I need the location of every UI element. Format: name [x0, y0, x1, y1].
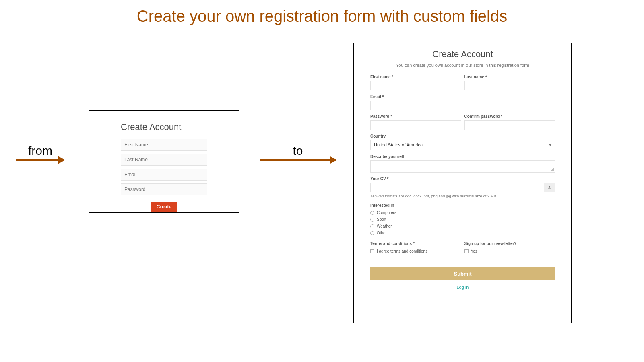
cv-file-input[interactable]: [370, 183, 555, 192]
describe-textarea[interactable]: [370, 160, 555, 173]
confirm-password-label: Confirm password *: [464, 114, 555, 119]
radio-icon: [370, 211, 374, 215]
simple-form-title: Create Account: [121, 122, 207, 132]
email-field[interactable]: [121, 169, 207, 181]
arrow-to: to: [260, 144, 336, 161]
terms-checkbox-row[interactable]: I agree terms and conditions: [370, 247, 461, 253]
last-name-input[interactable]: [464, 81, 555, 90]
radio-icon: [370, 231, 374, 235]
interested-radio-group: Computers Sport Weather Other: [370, 209, 555, 237]
radio-item-computers[interactable]: Computers: [370, 209, 555, 216]
password-field[interactable]: [121, 183, 207, 195]
login-link[interactable]: Log in: [370, 285, 555, 290]
country-label: Country: [370, 134, 555, 138]
first-name-input[interactable]: [370, 81, 461, 90]
upload-icon: [547, 185, 551, 189]
submit-button[interactable]: Submit: [370, 267, 555, 280]
describe-label: Describe yourself: [370, 154, 555, 159]
simple-form-panel: Create Account Create: [89, 110, 239, 213]
last-name-label: Last name *: [464, 75, 555, 79]
radio-icon: [370, 218, 374, 222]
custom-form-panel: Create Account You can create you own ac…: [353, 43, 572, 323]
radio-item-other[interactable]: Other: [370, 230, 555, 237]
terms-label: Terms and conditions *: [370, 241, 461, 246]
password-label: Password *: [370, 114, 461, 119]
arrow-from: from: [16, 144, 64, 161]
cv-hint: Allowed formats are doc, docx, pdf, png …: [370, 194, 555, 198]
radio-label: Weather: [377, 224, 392, 228]
arrow-right-icon: [16, 159, 64, 161]
checkbox-icon: [370, 249, 374, 253]
upload-button[interactable]: [544, 183, 555, 192]
arrow-from-label: from: [16, 144, 64, 158]
password-input[interactable]: [370, 120, 461, 130]
cv-label: Your CV *: [370, 177, 555, 181]
first-name-field[interactable]: [121, 139, 207, 151]
first-name-label: First name *: [370, 75, 461, 79]
radio-label: Other: [377, 231, 387, 235]
interested-label: Interested in: [370, 203, 555, 208]
email-label: Email *: [370, 95, 555, 99]
newsletter-label: Sign up for our newsletter?: [464, 241, 555, 246]
newsletter-checkbox-label: Yes: [471, 249, 477, 253]
last-name-field[interactable]: [121, 154, 207, 166]
country-select[interactable]: United States of America: [370, 140, 555, 150]
country-value: United States of America: [374, 142, 423, 147]
custom-form-subtitle: You can create you own account in our st…: [370, 63, 555, 68]
custom-form-title: Create Account: [370, 49, 555, 60]
newsletter-checkbox-row[interactable]: Yes: [464, 247, 555, 253]
radio-label: Sport: [377, 217, 386, 222]
radio-label: Computers: [377, 210, 396, 215]
radio-item-weather[interactable]: Weather: [370, 223, 555, 230]
email-input[interactable]: [370, 101, 555, 110]
arrow-to-label: to: [260, 144, 336, 158]
radio-item-sport[interactable]: Sport: [370, 216, 555, 223]
arrow-right-icon: [260, 159, 336, 161]
confirm-password-input[interactable]: [464, 120, 555, 130]
terms-checkbox-label: I agree terms and conditions: [377, 249, 427, 253]
checkbox-icon: [464, 249, 469, 253]
page-title: Create your own registration form with c…: [0, 7, 644, 25]
create-button[interactable]: Create: [151, 202, 177, 212]
radio-icon: [370, 224, 374, 228]
